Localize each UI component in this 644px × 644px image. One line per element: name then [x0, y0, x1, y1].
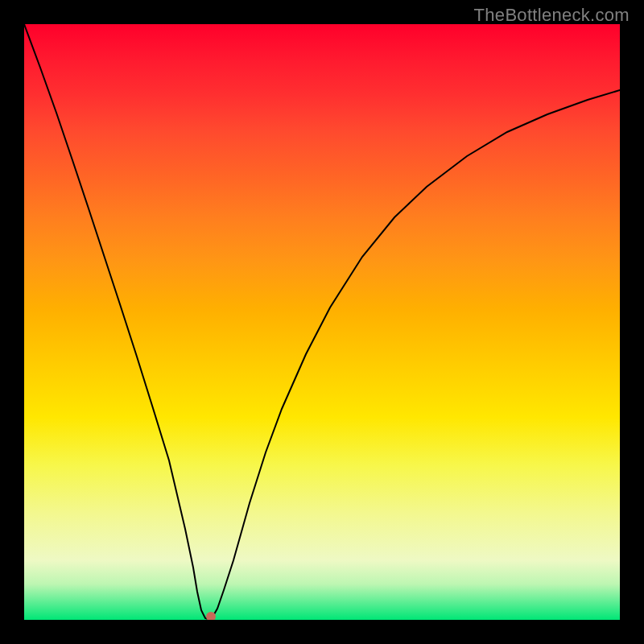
plot-area	[24, 24, 620, 620]
watermark: TheBottleneck.com	[474, 5, 630, 26]
chart-frame: TheBottleneck.com	[0, 0, 644, 644]
bottleneck-curve	[24, 24, 620, 620]
plot-svg	[24, 24, 620, 620]
